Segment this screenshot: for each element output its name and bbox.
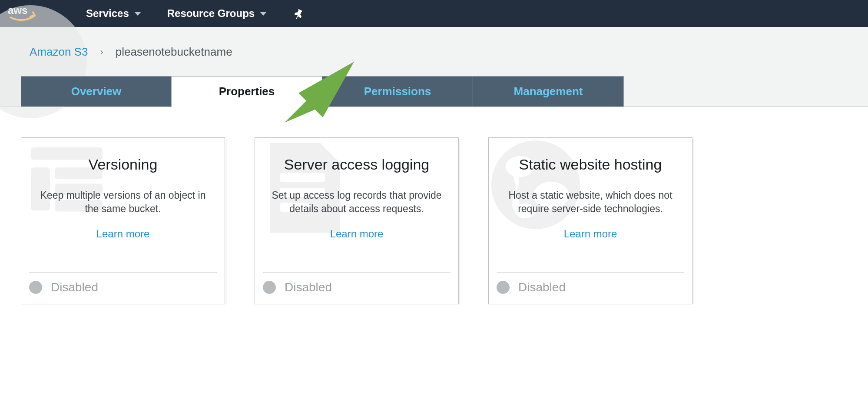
card-status-row: Disabled — [29, 272, 217, 294]
card-static-website-hosting[interactable]: Static website hosting Host a static web… — [488, 137, 692, 304]
tab-label: Permissions — [364, 85, 431, 98]
chevron-right-icon: › — [100, 47, 103, 58]
breadcrumb-bucket-name: pleasenotebucketname — [116, 45, 232, 59]
card-title: Server access logging — [267, 156, 446, 173]
services-menu[interactable]: Services — [86, 7, 141, 20]
card-description: Set up access log records that provide d… — [267, 189, 446, 216]
chevron-down-icon — [260, 12, 267, 16]
card-status-row: Disabled — [263, 272, 451, 294]
tab-bar: Overview Properties Permissions Manageme… — [21, 76, 868, 107]
card-description: Keep multiple versions of an object in t… — [33, 189, 212, 216]
status-indicator-icon — [263, 281, 276, 294]
resource-groups-label: Resource Groups — [167, 7, 255, 20]
card-versioning[interactable]: Versioning Keep multiple versions of an … — [21, 137, 225, 304]
tab-management[interactable]: Management — [473, 76, 624, 107]
card-server-access-logging[interactable]: Server access logging Set up access log … — [255, 137, 459, 304]
tab-overview[interactable]: Overview — [21, 76, 172, 107]
status-text: Disabled — [285, 280, 332, 294]
resource-groups-menu[interactable]: Resource Groups — [167, 7, 267, 20]
breadcrumb: Amazon S3 › pleasenotebucketname — [0, 27, 868, 76]
status-indicator-icon — [29, 281, 42, 294]
tab-permissions[interactable]: Permissions — [322, 76, 473, 107]
card-description: Host a static website, which does not re… — [501, 189, 680, 216]
chevron-down-icon — [134, 12, 141, 16]
status-text: Disabled — [518, 280, 566, 294]
card-title: Versioning — [33, 156, 212, 173]
status-text: Disabled — [51, 280, 98, 294]
pin-icon — [293, 8, 304, 19]
tab-label: Overview — [71, 85, 122, 98]
services-label: Services — [86, 7, 129, 20]
status-indicator-icon — [497, 281, 510, 294]
tab-label: Properties — [219, 85, 275, 98]
properties-cards: Versioning Keep multiple versions of an … — [0, 107, 868, 304]
breadcrumb-root-link[interactable]: Amazon S3 — [30, 45, 88, 59]
learn-more-link[interactable]: Learn more — [96, 228, 150, 240]
tab-label: Management — [514, 85, 583, 98]
learn-more-link[interactable]: Learn more — [330, 228, 384, 240]
tab-properties[interactable]: Properties — [172, 76, 322, 107]
learn-more-link[interactable]: Learn more — [564, 228, 617, 240]
pin-button[interactable] — [293, 8, 304, 19]
card-title: Static website hosting — [501, 156, 680, 173]
top-nav: aws Services Resource Groups — [0, 0, 868, 27]
card-status-row: Disabled — [497, 272, 684, 294]
sub-header: Amazon S3 › pleasenotebucketname Overvie… — [0, 27, 868, 107]
